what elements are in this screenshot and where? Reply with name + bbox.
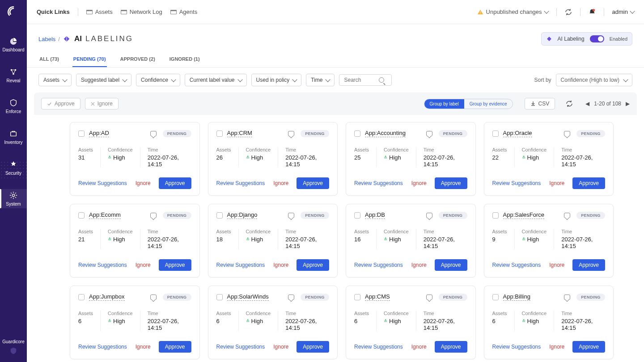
- bulk-approve-button[interactable]: Approve: [41, 98, 80, 109]
- tab-pending[interactable]: PENDING (70): [72, 52, 107, 67]
- select-checkbox[interactable]: [216, 294, 223, 300]
- ignore-link[interactable]: Ignore: [549, 180, 564, 186]
- card-title[interactable]: App:AD: [89, 130, 109, 137]
- approve-button[interactable]: Approve: [159, 177, 191, 189]
- card-title[interactable]: App:Accounting: [365, 130, 406, 137]
- review-suggestions-link[interactable]: Review Suggestions: [216, 262, 265, 268]
- select-checkbox[interactable]: [216, 212, 223, 219]
- approve-button[interactable]: Approve: [159, 259, 191, 271]
- filter-current-label[interactable]: Current label value: [185, 74, 247, 86]
- review-suggestions-link[interactable]: Review Suggestions: [354, 262, 403, 268]
- refresh-icon[interactable]: [566, 100, 573, 107]
- approve-button[interactable]: Approve: [159, 341, 191, 353]
- select-checkbox[interactable]: [216, 130, 223, 137]
- ignore-link[interactable]: Ignore: [136, 344, 151, 350]
- search-icon[interactable]: [379, 77, 384, 83]
- nav-inventory[interactable]: Inventory: [0, 127, 27, 147]
- notification-icon[interactable]: [589, 8, 596, 16]
- comment-icon[interactable]: [426, 213, 432, 218]
- ignore-link[interactable]: Ignore: [411, 262, 427, 268]
- card-title[interactable]: App:Jumpbox: [89, 293, 125, 301]
- filter-used-in-policy[interactable]: Used in policy: [251, 74, 302, 86]
- ignore-link[interactable]: Ignore: [273, 262, 288, 268]
- user-menu[interactable]: admin: [612, 8, 634, 15]
- group-by-label[interactable]: Group by label: [424, 99, 464, 109]
- select-checkbox[interactable]: [78, 130, 85, 137]
- select-checkbox[interactable]: [492, 294, 499, 300]
- review-suggestions-link[interactable]: Review Suggestions: [492, 262, 541, 268]
- nav-reveal[interactable]: Reveal: [0, 66, 27, 85]
- approve-button[interactable]: Approve: [572, 177, 605, 189]
- approve-button[interactable]: Approve: [297, 177, 329, 189]
- ai-labeling-toggle[interactable]: [590, 35, 604, 42]
- select-checkbox[interactable]: [492, 212, 499, 219]
- review-suggestions-link[interactable]: Review Suggestions: [354, 344, 403, 350]
- ignore-link[interactable]: Ignore: [549, 262, 564, 268]
- page-prev[interactable]: ◀: [585, 101, 589, 107]
- export-csv-button[interactable]: CSV: [525, 98, 555, 109]
- comment-icon[interactable]: [288, 213, 294, 218]
- review-suggestions-link[interactable]: Review Suggestions: [492, 180, 541, 186]
- comment-icon[interactable]: [564, 213, 570, 218]
- ignore-link[interactable]: Ignore: [136, 262, 151, 268]
- tab-all[interactable]: ALL (73): [38, 52, 60, 67]
- card-title[interactable]: App:SalesForce: [503, 211, 545, 219]
- page-next[interactable]: ▶: [626, 101, 630, 107]
- comment-icon[interactable]: [288, 131, 294, 136]
- approve-button[interactable]: Approve: [572, 259, 605, 271]
- card-title[interactable]: App:DB: [365, 211, 385, 219]
- approve-button[interactable]: Approve: [297, 341, 329, 353]
- nav-dashboard[interactable]: Dashboard: [0, 35, 27, 54]
- approve-button[interactable]: Approve: [297, 259, 329, 271]
- select-checkbox[interactable]: [492, 130, 499, 137]
- select-checkbox[interactable]: [354, 130, 360, 137]
- ignore-link[interactable]: Ignore: [136, 180, 151, 186]
- comment-icon[interactable]: [564, 131, 570, 136]
- card-title[interactable]: App:CRM: [227, 130, 252, 137]
- group-by-evidence[interactable]: Group by evidence: [464, 99, 513, 109]
- filter-confidence[interactable]: Confidence: [136, 74, 180, 86]
- card-title[interactable]: App:SolarWinds: [227, 293, 269, 301]
- card-title[interactable]: App:Oracle: [503, 130, 532, 137]
- comment-icon[interactable]: [288, 295, 294, 300]
- card-title[interactable]: App:CMS: [365, 293, 390, 301]
- filter-time[interactable]: Time: [306, 74, 335, 86]
- quicklink-assets[interactable]: Assets: [86, 8, 113, 15]
- sort-dropdown[interactable]: Confidence (High to low): [556, 74, 632, 86]
- review-suggestions-link[interactable]: Review Suggestions: [78, 344, 127, 350]
- review-suggestions-link[interactable]: Review Suggestions: [78, 262, 127, 268]
- ignore-link[interactable]: Ignore: [549, 344, 564, 350]
- ignore-link[interactable]: Ignore: [411, 344, 427, 350]
- comment-icon[interactable]: [150, 295, 157, 300]
- card-title[interactable]: App:Django: [227, 211, 258, 219]
- review-suggestions-link[interactable]: Review Suggestions: [216, 344, 265, 350]
- breadcrumb-root[interactable]: Labels: [38, 36, 55, 42]
- tab-ignored[interactable]: IGNORED (1): [169, 52, 201, 67]
- select-checkbox[interactable]: [354, 212, 360, 219]
- approve-button[interactable]: Approve: [572, 341, 605, 353]
- comment-icon[interactable]: [426, 295, 432, 300]
- approve-button[interactable]: Approve: [435, 177, 467, 189]
- nav-enforce[interactable]: Enforce: [0, 97, 27, 116]
- review-suggestions-link[interactable]: Review Suggestions: [216, 180, 265, 186]
- comment-icon[interactable]: [426, 131, 432, 136]
- approve-button[interactable]: Approve: [435, 341, 467, 353]
- unpublished-changes[interactable]: Unpublished changes: [477, 8, 548, 15]
- sync-icon[interactable]: [565, 8, 572, 16]
- ignore-link[interactable]: Ignore: [411, 180, 427, 186]
- select-checkbox[interactable]: [78, 294, 85, 300]
- comment-icon[interactable]: [150, 213, 157, 218]
- select-checkbox[interactable]: [78, 212, 85, 219]
- search-input[interactable]: [344, 77, 375, 83]
- ignore-link[interactable]: Ignore: [273, 180, 288, 186]
- review-suggestions-link[interactable]: Review Suggestions: [78, 180, 127, 186]
- quicklink-agents[interactable]: Agents: [170, 8, 197, 15]
- filter-assets[interactable]: Assets: [38, 74, 72, 86]
- filter-suggested-label[interactable]: Suggested label: [76, 74, 131, 86]
- tab-approved[interactable]: APPROVED (2): [119, 52, 156, 67]
- comment-icon[interactable]: [564, 295, 570, 300]
- card-title[interactable]: App:Billing: [503, 293, 530, 301]
- review-suggestions-link[interactable]: Review Suggestions: [492, 344, 541, 350]
- select-checkbox[interactable]: [354, 294, 360, 300]
- review-suggestions-link[interactable]: Review Suggestions: [354, 180, 403, 186]
